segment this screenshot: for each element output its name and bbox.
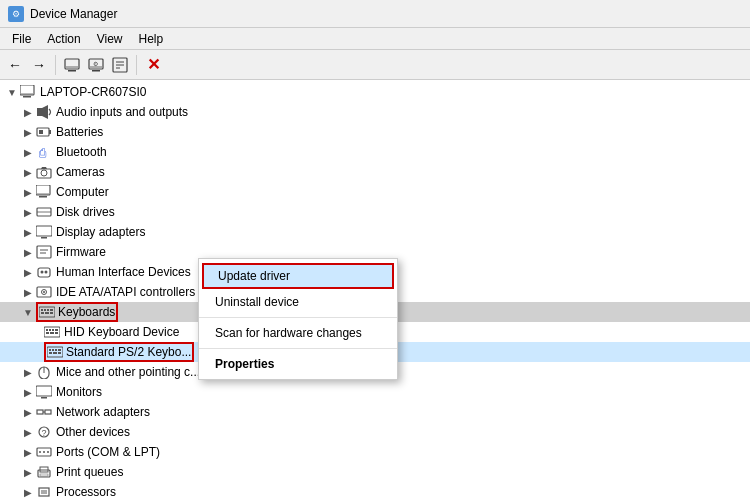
display-arrow: ▶ xyxy=(20,224,36,240)
tree-ports[interactable]: ▶ Ports (COM & LPT) xyxy=(0,442,750,462)
keyboards-label: Keyboards xyxy=(58,305,115,319)
print-label: Print queues xyxy=(56,465,123,479)
mice-icon xyxy=(36,364,52,380)
svg-rect-46 xyxy=(50,312,53,314)
monitors-arrow: ▶ xyxy=(20,384,36,400)
menu-help[interactable]: Help xyxy=(131,30,172,48)
tree-processors[interactable]: ▶ Processors xyxy=(0,482,750,500)
cameras-label: Cameras xyxy=(56,165,105,179)
svg-marker-15 xyxy=(42,105,48,119)
tree-root[interactable]: ▼ LAPTOP-CR607SI0 xyxy=(0,82,750,102)
bluetooth-label: Bluetooth xyxy=(56,145,107,159)
display-label: Display adapters xyxy=(56,225,145,239)
menu-view[interactable]: View xyxy=(89,30,131,48)
keyboards-icon xyxy=(39,304,55,320)
ide-label: IDE ATA/ATAPI controllers xyxy=(56,285,195,299)
tree-cameras[interactable]: ▶ Cameras xyxy=(0,162,750,182)
svg-rect-51 xyxy=(55,329,58,331)
svg-rect-43 xyxy=(50,309,53,311)
tree-audio[interactable]: ▶ Audio inputs and outputs xyxy=(0,102,750,122)
ctx-sep-2 xyxy=(199,348,397,349)
computer-button-2[interactable]: ⚙ xyxy=(85,54,107,76)
menu-action[interactable]: Action xyxy=(39,30,88,48)
svg-rect-67 xyxy=(37,410,43,414)
svg-rect-58 xyxy=(55,349,57,351)
monitors-label: Monitors xyxy=(56,385,102,399)
svg-text:⎙: ⎙ xyxy=(39,146,47,159)
firmware-icon xyxy=(36,244,52,260)
network-icon xyxy=(36,404,52,420)
ctx-update-driver[interactable]: Update driver xyxy=(202,263,394,289)
tree-bluetooth[interactable]: ▶ ⎙ Bluetooth xyxy=(0,142,750,162)
svg-rect-4 xyxy=(92,70,100,72)
tree-batteries[interactable]: ▶ Batteries xyxy=(0,122,750,142)
delete-button[interactable]: ✕ xyxy=(142,54,164,76)
firmware-arrow: ▶ xyxy=(20,244,36,260)
computer-button-1[interactable] xyxy=(61,54,83,76)
svg-rect-42 xyxy=(47,309,49,311)
svg-rect-50 xyxy=(52,329,54,331)
display-icon xyxy=(36,224,52,240)
hid-keyboard-label: HID Keyboard Device xyxy=(64,325,179,339)
hid-arrow: ▶ xyxy=(20,264,36,280)
tree-display[interactable]: ▶ Display adapters xyxy=(0,222,750,242)
computer-tree-icon xyxy=(36,184,52,200)
svg-rect-1 xyxy=(68,70,76,72)
svg-rect-48 xyxy=(46,329,48,331)
svg-rect-12 xyxy=(23,96,31,98)
tree-print[interactable]: ▶ Print queues xyxy=(0,462,750,482)
svg-rect-44 xyxy=(41,312,44,314)
cameras-arrow: ▶ xyxy=(20,164,36,180)
svg-rect-49 xyxy=(49,329,51,331)
svg-rect-14 xyxy=(37,108,42,116)
audio-label: Audio inputs and outputs xyxy=(56,105,188,119)
computer-icon xyxy=(20,84,36,100)
tree-other[interactable]: ▶ ? Other devices xyxy=(0,422,750,442)
ports-arrow: ▶ xyxy=(20,444,36,460)
ctx-update-driver-label: Update driver xyxy=(218,269,290,283)
root-label: LAPTOP-CR607SI0 xyxy=(40,85,147,99)
network-arrow: ▶ xyxy=(20,404,36,420)
ports-icon xyxy=(36,444,52,460)
svg-point-35 xyxy=(45,271,48,274)
ctx-uninstall-label: Uninstall device xyxy=(215,295,299,309)
svg-rect-0 xyxy=(65,59,79,69)
svg-rect-23 xyxy=(36,185,50,195)
title-bar: ⚙ Device Manager xyxy=(0,0,750,28)
svg-rect-17 xyxy=(49,130,51,134)
svg-rect-33 xyxy=(38,268,50,277)
ctx-uninstall[interactable]: Uninstall device xyxy=(199,290,397,314)
svg-point-20 xyxy=(41,170,47,176)
ctx-scan[interactable]: Scan for hardware changes xyxy=(199,321,397,345)
hid-keyboard-icon xyxy=(44,324,60,340)
tree-computer[interactable]: ▶ Computer xyxy=(0,182,750,202)
svg-rect-41 xyxy=(44,309,46,311)
svg-text:?: ? xyxy=(42,428,47,438)
menu-bar: File Action View Help xyxy=(0,28,750,50)
tree-monitors[interactable]: ▶ Monitors xyxy=(0,382,750,402)
batteries-label: Batteries xyxy=(56,125,103,139)
tree-network[interactable]: ▶ Network adapters xyxy=(0,402,750,422)
svg-rect-53 xyxy=(50,332,54,334)
audio-icon xyxy=(36,104,52,120)
svg-point-74 xyxy=(43,451,45,453)
svg-rect-68 xyxy=(45,410,51,414)
menu-file[interactable]: File xyxy=(4,30,39,48)
svg-rect-62 xyxy=(58,352,61,354)
svg-rect-30 xyxy=(37,246,51,258)
ctx-properties[interactable]: Properties xyxy=(199,352,397,376)
back-button[interactable]: ← xyxy=(4,54,26,76)
svg-rect-65 xyxy=(36,386,52,396)
ctx-properties-label: Properties xyxy=(215,357,274,371)
svg-rect-59 xyxy=(58,349,61,351)
audio-arrow: ▶ xyxy=(20,104,36,120)
properties-button[interactable] xyxy=(109,54,131,76)
other-arrow: ▶ xyxy=(20,424,36,440)
svg-rect-29 xyxy=(41,237,47,239)
tree-disk[interactable]: ▶ Disk drives xyxy=(0,202,750,222)
svg-point-75 xyxy=(47,451,49,453)
computer-arrow: ▶ xyxy=(20,184,36,200)
forward-button[interactable]: → xyxy=(28,54,50,76)
ide-arrow: ▶ xyxy=(20,284,36,300)
svg-point-34 xyxy=(41,271,44,274)
